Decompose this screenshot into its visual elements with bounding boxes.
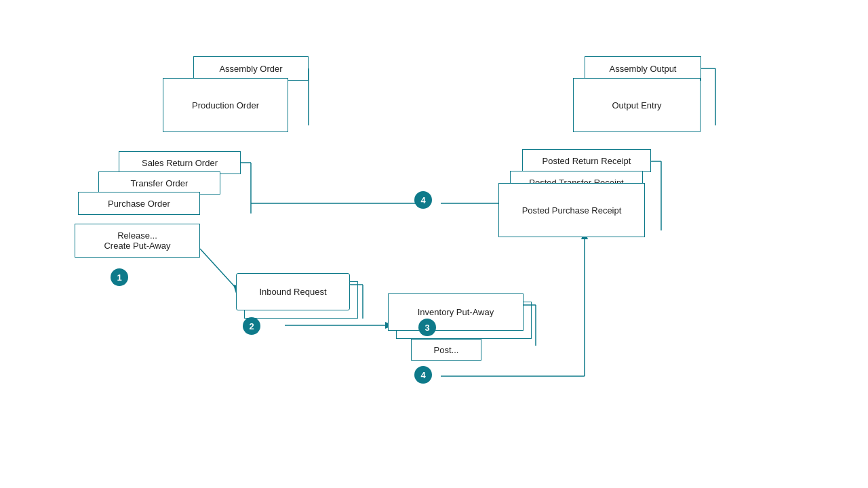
badge-3: 3 [418,319,436,336]
production-order-label: Production Order [192,100,259,110]
purchase-order-label: Purchase Order [108,199,170,209]
assembly-output-box: Assembly Output [585,56,701,81]
output-entry-box: Output Entry [573,78,701,132]
output-entry-label: Output Entry [612,100,662,110]
posted-purchase-receipt-box: Posted Purchase Receipt [498,183,645,237]
transfer-order-label: Transfer Order [131,178,189,188]
posted-return-receipt-box: Posted Return Receipt [522,149,651,172]
badge-4-top: 4 [414,191,432,209]
production-order-box: Production Order [163,78,288,132]
assembly-order-box: Assembly Order [193,56,309,81]
sales-return-order-box: Sales Return Order [119,151,241,174]
release-create-label: Release...Create Put-Away [104,230,170,251]
release-create-box: Release...Create Put-Away [75,224,200,258]
posted-purchase-receipt-label: Posted Purchase Receipt [522,205,622,216]
svg-line-11 [200,249,236,288]
post-button-label: Post... [434,345,459,355]
post-button-box[interactable]: Post... [411,339,481,361]
inventory-putaway-label: Inventory Put-Away [418,307,494,317]
badge-2: 2 [243,317,260,335]
sales-return-order-label: Sales Return Order [142,158,218,168]
purchase-order-box: Purchase Order [78,192,200,215]
transfer-order-box: Transfer Order [98,171,220,195]
inbound-request-box: Inbound Request [236,273,350,310]
assembly-output-label: Assembly Output [610,64,677,74]
posted-return-receipt-label: Posted Return Receipt [542,156,631,166]
inbound-request-label: Inbound Request [259,287,326,297]
inventory-putaway-box: Inventory Put-Away [388,293,524,331]
badge-4-bottom: 4 [414,366,432,384]
diagram-container: Assembly Order Production Order Assembly… [0,0,868,488]
assembly-order-label: Assembly Order [219,64,282,74]
badge-1: 1 [111,268,128,286]
